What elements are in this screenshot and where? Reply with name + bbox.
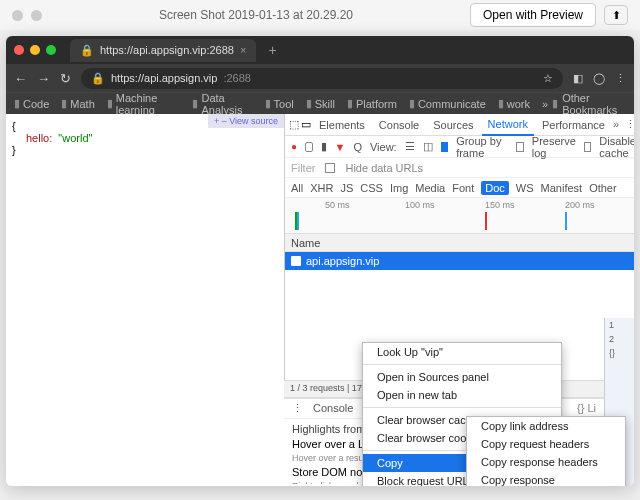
device-icon[interactable]: ▭ <box>301 118 311 131</box>
type-font[interactable]: Font <box>452 182 474 194</box>
inspect-icon[interactable]: ⬚ <box>289 118 299 131</box>
document-icon <box>291 256 301 266</box>
type-img[interactable]: Img <box>390 182 408 194</box>
url-port: :2688 <box>223 72 251 84</box>
bookmark-ml[interactable]: ▮Machine learning <box>107 92 181 116</box>
back-icon[interactable]: ← <box>14 71 27 86</box>
bookmark-star-icon[interactable]: ☆ <box>543 72 553 85</box>
lock-icon: 🔒 <box>91 72 105 85</box>
name-header[interactable]: Name× <box>285 234 634 252</box>
bookmark-platform[interactable]: ▮Platform <box>347 97 397 110</box>
tab-console[interactable]: Console <box>373 115 425 135</box>
browser-tab[interactable]: 🔒 https://api.appsign.vip:2688 × <box>70 39 256 62</box>
copy-submenu: Copy link address Copy request headers C… <box>466 416 626 486</box>
search-icon[interactable]: Q <box>353 141 362 153</box>
bookmark-math[interactable]: ▮Math <box>61 97 94 110</box>
traffic-min-icon[interactable] <box>30 45 40 55</box>
traffic-close-icon[interactable] <box>14 45 24 55</box>
drawer-console-tab[interactable]: Console <box>313 402 353 415</box>
ctx-lookup[interactable]: Look Up "vip" <box>363 343 561 361</box>
traffic-max-icon[interactable] <box>46 45 56 55</box>
camera-icon[interactable]: ▮ <box>321 140 327 153</box>
tab-sources[interactable]: Sources <box>427 115 479 135</box>
new-tab-button[interactable]: + <box>268 42 276 58</box>
filter-icon[interactable]: ▼ <box>335 141 346 153</box>
preserve-log-checkbox[interactable] <box>516 142 523 152</box>
menu-icon[interactable]: ⋮ <box>615 72 626 85</box>
other-bookmarks[interactable]: » ▮Other Bookmarks <box>542 92 626 116</box>
type-js[interactable]: JS <box>340 182 353 194</box>
share-icon[interactable]: ⬆ <box>604 5 628 25</box>
network-toolbar: ● ▮ ▼ Q View: ☰ ◫ Group by frame Preserv… <box>285 136 634 158</box>
view-list-icon[interactable]: ☰ <box>405 140 415 153</box>
request-row[interactable]: api.appsign.vip <box>285 252 634 270</box>
tab-close-icon[interactable]: × <box>240 44 246 56</box>
type-xhr[interactable]: XHR <box>310 182 333 194</box>
address-bar: ← → ↻ 🔒 https://api.appsign.vip:2688 ☆ ◧… <box>6 64 634 92</box>
bookmark-code[interactable]: ▮Code <box>14 97 49 110</box>
copy-response-headers[interactable]: Copy response headers <box>467 453 625 471</box>
clear-icon[interactable] <box>305 142 312 152</box>
mac-close-icon[interactable] <box>12 10 23 21</box>
network-timeline[interactable]: 50 ms 100 ms 150 ms 200 ms <box>285 198 634 234</box>
tab-title: https://api.appsign.vip:2688 <box>100 44 234 56</box>
type-doc[interactable]: Doc <box>481 181 509 195</box>
hide-urls-checkbox[interactable] <box>325 163 335 173</box>
ctx-open-sources[interactable]: Open in Sources panel <box>363 368 561 386</box>
copy-response[interactable]: Copy response <box>467 471 625 486</box>
profile-icon[interactable]: ◯ <box>593 72 605 85</box>
type-all[interactable]: All <box>291 182 303 194</box>
devtools-more-icon[interactable]: » <box>613 118 619 131</box>
mac-min-icon[interactable] <box>31 10 42 21</box>
ctx-open-newtab[interactable]: Open in new tab <box>363 386 561 404</box>
devtools-tabs: ⬚ ▭ Elements Console Sources Network Per… <box>285 114 634 136</box>
bookmark-comm[interactable]: ▮Communicate <box>409 97 486 110</box>
view-source-link[interactable]: + – View source <box>208 114 284 128</box>
type-manifest[interactable]: Manifest <box>541 182 583 194</box>
open-preview-button[interactable]: Open with Preview <box>470 3 596 27</box>
view-frame-icon[interactable]: ◫ <box>423 140 433 153</box>
tab-network[interactable]: Network <box>482 114 534 136</box>
bookmark-data[interactable]: ▮Data Analysis <box>192 92 252 116</box>
tab-performance[interactable]: Performance <box>536 115 611 135</box>
tab-elements[interactable]: Elements <box>313 115 371 135</box>
window-title: Screen Shot 2019-01-13 at 20.29.20 <box>50 8 462 22</box>
filter-input[interactable]: Filter <box>291 162 315 174</box>
bookmark-tool[interactable]: ▮Tool <box>265 97 294 110</box>
url-input[interactable]: 🔒 https://api.appsign.vip:2688 ☆ <box>81 68 563 89</box>
record-icon[interactable]: ● <box>291 141 297 152</box>
group-frame-checkbox[interactable] <box>441 142 448 152</box>
forward-icon[interactable]: → <box>37 71 50 86</box>
url-host: https://api.appsign.vip <box>111 72 217 84</box>
type-media[interactable]: Media <box>415 182 445 194</box>
bookmark-work[interactable]: ▮work <box>498 97 530 110</box>
copy-request-headers[interactable]: Copy request headers <box>467 435 625 453</box>
type-other[interactable]: Other <box>589 182 617 194</box>
page-content: + – View source { hello: "world" } <box>6 114 284 484</box>
type-ws[interactable]: WS <box>516 182 534 194</box>
type-css[interactable]: CSS <box>360 182 383 194</box>
extension-icon[interactable]: ◧ <box>573 72 583 85</box>
tab-favicon: 🔒 <box>80 44 94 57</box>
disable-cache-checkbox[interactable] <box>584 142 591 152</box>
chrome-window: 🔒 https://api.appsign.vip:2688 × + ← → ↻… <box>6 36 634 486</box>
copy-link-address[interactable]: Copy link address <box>467 417 625 435</box>
bookmark-skill[interactable]: ▮Skill <box>306 97 335 110</box>
reload-icon[interactable]: ↻ <box>60 71 71 86</box>
tab-bar: 🔒 https://api.appsign.vip:2688 × + <box>6 36 634 64</box>
bookmarks-bar: ▮Code ▮Math ▮Machine learning ▮Data Anal… <box>6 92 634 114</box>
filter-types: All XHR JS CSS Img Media Font Doc WS Man… <box>285 178 634 198</box>
devtools-settings-icon[interactable]: ⋮ <box>625 118 634 131</box>
